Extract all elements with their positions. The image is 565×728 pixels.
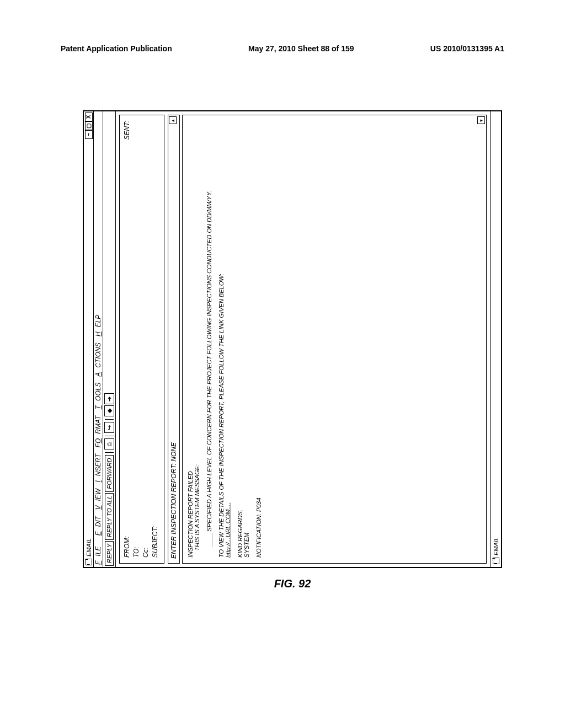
body-regards: KIND REGARDS,	[237, 510, 243, 558]
menu-insert[interactable]: INSERT	[94, 454, 102, 483]
print-icon[interactable]: ⎙	[104, 438, 114, 449]
page-header: Patent Application Publication May 27, 2…	[0, 0, 565, 58]
toolbar: REPLY REPLY TO ALL FORWARD ⎙ ↪ ◆ ➔	[103, 111, 116, 567]
message-header: FROM: SENT: TO: Cc: SUBJECT:	[119, 115, 164, 564]
body-system: SYSTEM	[243, 533, 250, 558]
menu-edit[interactable]: EDIT	[94, 516, 102, 536]
header-center: May 27, 2010 Sheet 88 of 159	[248, 44, 354, 53]
subject-text: ENTER INSPECTION REPORT: NONE	[170, 442, 178, 559]
menu-tools[interactable]: TOOLS	[94, 383, 102, 410]
maximize-button[interactable]: ▢	[85, 121, 93, 130]
figure-label: FIG. 92	[274, 577, 311, 590]
subject-display: ENTER INSPECTION REPORT: NONE ▴	[168, 115, 180, 564]
reply-all-button[interactable]: REPLY TO ALL	[105, 493, 114, 540]
separator	[105, 452, 114, 453]
titlebar: EMAIL – ▢ X	[84, 111, 94, 567]
to-label: TO:	[132, 547, 140, 558]
cc-label: Cc:	[142, 548, 150, 558]
move-icon[interactable]: ↪	[104, 422, 114, 433]
subject-label: SUBJECT:	[151, 526, 159, 558]
scroll-up-icon[interactable]: ▴	[169, 116, 177, 124]
header-right: US 2010/0131395 A1	[430, 44, 504, 53]
body-line-1: INSPECTION REPORT FAILED	[187, 471, 194, 558]
from-label: FROM:	[123, 508, 131, 558]
menu-view[interactable]: VIEW	[94, 489, 102, 510]
prev-icon[interactable]: ◆	[104, 405, 114, 416]
mail-icon	[85, 558, 93, 566]
email-window: EMAIL – ▢ X FILE EDIT VIEW INSERT FORMAT…	[83, 110, 502, 568]
close-button[interactable]: X	[85, 113, 93, 121]
menu-actions[interactable]: ACTIONS	[94, 342, 102, 376]
body-line-4: TO VIEW THE DETAILS OF THE INSPECTION RE…	[218, 274, 225, 558]
minimize-button[interactable]: –	[85, 130, 93, 139]
forward-button[interactable]: FORWARD	[105, 455, 114, 491]
body-link[interactable]: http://...URL.COM....	[225, 502, 231, 558]
menu-file[interactable]: FILE	[94, 542, 102, 565]
body-notification: NOTIFICATION: P034	[255, 121, 262, 558]
menu-format[interactable]: FORMAT	[94, 416, 102, 448]
next-icon[interactable]: ➔	[104, 393, 114, 404]
scroll-down-icon[interactable]: ▾	[477, 116, 485, 124]
separator	[105, 435, 114, 436]
header-left: Patent Application Publication	[61, 44, 172, 53]
body-line-3: ____ SPECIFIED A HIGH LEVEL OF CONCERN F…	[206, 121, 212, 558]
window-title: EMAIL	[86, 139, 92, 556]
reply-button[interactable]: REPLY	[105, 541, 114, 566]
status-label: EMAIL	[493, 537, 499, 555]
body-line-2: THIS IS A SYSTEM MESSAGE:	[194, 464, 200, 551]
statusbar: EMAIL	[490, 111, 501, 567]
menubar: FILE EDIT VIEW INSERT FORMAT TOOLS ACTIO…	[94, 111, 103, 567]
mail-icon	[492, 557, 500, 565]
figure-container: EMAIL – ▢ X FILE EDIT VIEW INSERT FORMAT…	[83, 110, 502, 568]
separator	[105, 419, 114, 420]
menu-help[interactable]: HELP	[94, 315, 102, 336]
message-body: INSPECTION REPORT FAILED THIS IS A SYSTE…	[182, 115, 487, 564]
sent-label: SENT:	[123, 121, 131, 140]
